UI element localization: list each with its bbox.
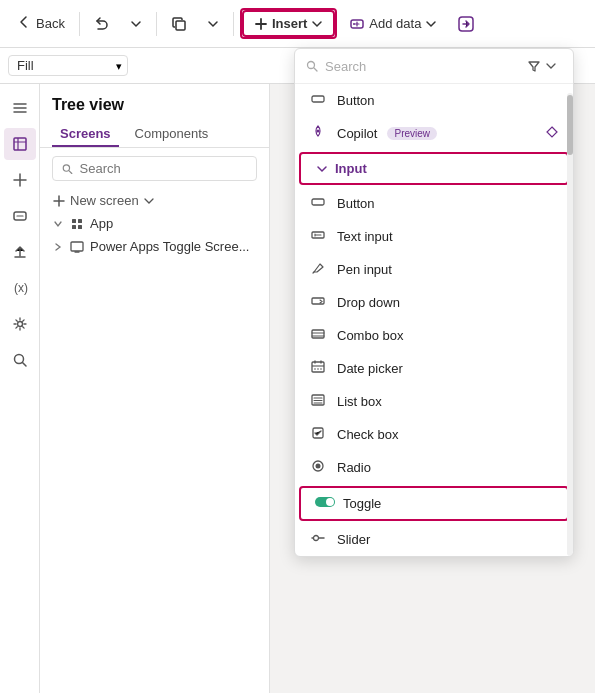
tab-components[interactable]: Components (127, 122, 217, 147)
chevron-down-icon-2 (207, 18, 219, 30)
tree-item-screen[interactable]: Power Apps Toggle Scree... (40, 235, 269, 258)
dropdown-item-slider-label: Slider (337, 532, 370, 547)
copy-icon (171, 16, 187, 32)
add-data-icon (349, 16, 365, 32)
share-icon (457, 15, 475, 33)
dropdown-item-combo-box[interactable]: Combo box (295, 319, 573, 352)
combo-box-icon (309, 326, 327, 345)
top-bar: Back Insert Add data (0, 0, 595, 48)
dropdown-item-radio[interactable]: Radio (295, 451, 573, 484)
drop-down-icon (309, 293, 327, 312)
dropdown-item-list-box-label: List box (337, 394, 382, 409)
svg-point-29 (316, 464, 321, 469)
plus-circle-icon (11, 171, 29, 189)
dropdown-item-toggle[interactable]: Toggle (301, 488, 567, 519)
dropdown-item-text-input[interactable]: Text input (295, 220, 573, 253)
svg-point-31 (326, 498, 334, 506)
dropdown-item-text-input-label: Text input (337, 229, 393, 244)
tree-item-screen-label: Power Apps Toggle Scree... (90, 239, 249, 254)
dropdown-scrollbar[interactable] (567, 93, 573, 556)
menu-icon (11, 99, 29, 117)
svg-rect-10 (72, 219, 76, 223)
publish-icon (11, 243, 29, 261)
app-icon (70, 217, 84, 231)
tree-panel-title: Tree view (40, 92, 269, 122)
back-label: Back (36, 16, 65, 31)
dropdown-item-button[interactable]: Button (295, 187, 573, 220)
svg-rect-22 (312, 362, 324, 372)
dropdown-item-button-top[interactable]: Button (295, 84, 573, 117)
sidebar-settings-btn[interactable] (4, 308, 36, 340)
button-icon-top (309, 91, 327, 110)
filter-chevron-icon (545, 60, 557, 72)
separator-1 (79, 12, 80, 36)
tree-item-app-label: App (90, 216, 113, 231)
add-data-chevron-icon (425, 18, 437, 30)
svg-rect-13 (78, 225, 82, 229)
insert-chevron-icon (311, 18, 323, 30)
sidebar-search-btn[interactable] (4, 344, 36, 376)
dropdown-item-check-box[interactable]: Check box (295, 418, 573, 451)
add-data-button[interactable]: Add data (341, 12, 445, 36)
separator-3 (233, 12, 234, 36)
tree-expand-icon-2 (52, 241, 64, 253)
sidebar-menu-btn[interactable] (4, 92, 36, 124)
check-box-icon (309, 425, 327, 444)
tree-search-box[interactable] (52, 156, 257, 181)
undo-button[interactable] (86, 12, 118, 36)
dropdown-item-pen-input[interactable]: Pen input (295, 253, 573, 286)
svg-rect-14 (71, 242, 83, 251)
filter-icon (527, 59, 541, 73)
sidebar-layers-btn[interactable] (4, 128, 36, 160)
back-button[interactable]: Back (8, 10, 73, 37)
tree-panel: Tree view Screens Components New screen … (40, 84, 270, 693)
sidebar-variable-btn[interactable]: (x) (4, 272, 36, 304)
svg-rect-12 (72, 225, 76, 229)
copy-chevron-button[interactable] (199, 14, 227, 34)
tab-screens[interactable]: Screens (52, 122, 119, 147)
settings-icon (11, 315, 29, 333)
sidebar-publish-btn[interactable] (4, 236, 36, 268)
new-screen-chevron-icon (143, 195, 155, 207)
undo-chevron-button[interactable] (122, 14, 150, 34)
dropdown-search-icon (305, 59, 319, 73)
dropdown-item-copilot[interactable]: Copilot Preview (295, 117, 573, 150)
variable-icon: (x) (11, 279, 29, 297)
tree-tabs: Screens Components (40, 122, 269, 148)
input-section-header[interactable]: Input (301, 154, 567, 183)
svg-rect-21 (312, 330, 324, 338)
dropdown-item-toggle-label: Toggle (343, 496, 381, 511)
svg-point-17 (317, 130, 320, 133)
insert-button-wrap: Insert (240, 8, 337, 39)
svg-rect-18 (312, 199, 324, 205)
dropdown-item-date-picker-label: Date picker (337, 361, 403, 376)
input-section-highlight: Input (299, 152, 569, 185)
sidebar-plus-btn[interactable] (4, 164, 36, 196)
dropdown-item-list-box[interactable]: List box (295, 385, 573, 418)
fill-select[interactable]: Fill (8, 55, 128, 76)
icon-sidebar: (x) (0, 84, 40, 693)
svg-point-15 (308, 62, 315, 69)
dropdown-item-slider[interactable]: Slider (295, 523, 573, 556)
button-icon (309, 194, 327, 213)
svg-point-25 (320, 368, 322, 370)
svg-text:(x): (x) (14, 281, 28, 295)
toggle-highlight: Toggle (299, 486, 569, 521)
share-button[interactable] (449, 11, 483, 37)
tree-search-input[interactable] (80, 161, 248, 176)
svg-point-24 (317, 368, 319, 370)
copy-button[interactable] (163, 12, 195, 36)
insert-button[interactable]: Insert (242, 10, 335, 37)
dropdown-item-drop-down[interactable]: Drop down (295, 286, 573, 319)
sidebar-data-btn[interactable] (4, 200, 36, 232)
search-icon (11, 351, 29, 369)
tree-item-app[interactable]: App (40, 212, 269, 235)
svg-rect-11 (78, 219, 82, 223)
new-screen-button[interactable]: New screen (40, 189, 269, 212)
dropdown-search-input[interactable] (325, 59, 515, 74)
dropdown-item-date-picker[interactable]: Date picker (295, 352, 573, 385)
list-box-icon (309, 392, 327, 411)
filter-button[interactable] (521, 57, 563, 75)
slider-icon (309, 530, 327, 549)
svg-point-32 (314, 536, 319, 541)
